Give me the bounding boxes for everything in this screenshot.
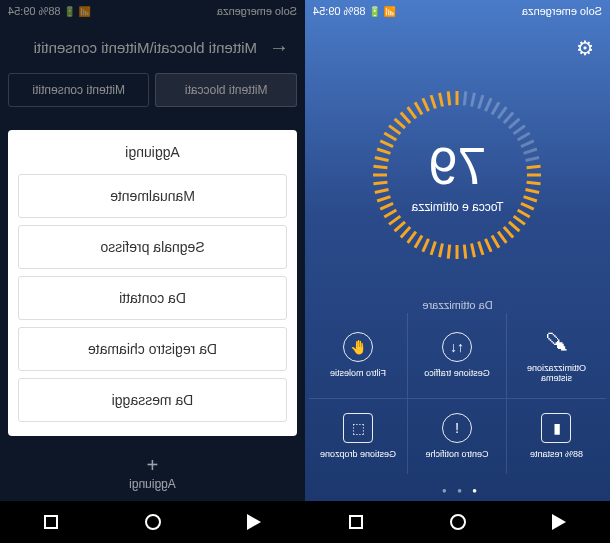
nav-home[interactable] xyxy=(142,511,164,533)
nav-home[interactable] xyxy=(447,511,469,533)
battery-tile-icon: ▮ xyxy=(542,413,572,443)
wifi-icon: 📶 xyxy=(384,6,396,17)
system-nav xyxy=(0,501,305,543)
settings-icon[interactable]: ⚙ xyxy=(576,37,594,59)
feature-grid: 🖌 Ottimizzazione sistema ↑↓ Gestione tra… xyxy=(305,313,610,482)
modal-overlay[interactable]: Aggiungi Manualmente Segnala prefisso Da… xyxy=(0,0,305,543)
tile-filter[interactable]: ✋ Filtro molestie xyxy=(309,313,408,399)
score-value: 79 xyxy=(429,136,487,196)
page-indicator: ● ● ● xyxy=(305,482,610,501)
plus-icon: + xyxy=(10,454,295,477)
brush-icon: 🖌 xyxy=(542,327,572,357)
nav-recent[interactable] xyxy=(40,511,62,533)
clock: 09:54 xyxy=(313,5,341,17)
tile-dropzone[interactable]: ⬚ Gestione dropzone xyxy=(309,398,408,474)
notification-icon: ! xyxy=(442,413,472,443)
tile-traffic[interactable]: ↑↓ Gestione traffico xyxy=(408,313,507,399)
option-manual[interactable]: Manualmente xyxy=(18,174,287,218)
option-calls[interactable]: Da registro chiamate xyxy=(18,327,287,371)
tile-notifications[interactable]: ! Centro notifiche xyxy=(408,398,507,474)
nav-recent[interactable] xyxy=(345,511,367,533)
battery-percent: 88% xyxy=(344,5,366,17)
score-panel[interactable]: 79 Tocca e ottimizza Da ottimizzare xyxy=(305,74,610,313)
system-nav xyxy=(305,501,610,543)
tile-optimize[interactable]: 🖌 Ottimizzazione sistema xyxy=(507,313,606,399)
dropzone-icon: ⬚ xyxy=(343,413,373,443)
score-ring: 79 Tocca e ottimizza xyxy=(368,85,548,265)
option-prefix[interactable]: Segnala prefisso xyxy=(18,225,287,269)
app-header: ⚙ xyxy=(305,22,610,74)
add-footer[interactable]: + Aggiungi xyxy=(0,444,305,501)
add-action-sheet: Aggiungi Manualmente Segnala prefisso Da… xyxy=(8,130,297,436)
option-messages[interactable]: Da messaggi xyxy=(18,378,287,422)
optimize-note: Da ottimizzare xyxy=(422,299,492,311)
status-bar: Solo emergenza 📶 🔋 88% 09:54 xyxy=(305,0,610,22)
nav-back[interactable] xyxy=(243,511,265,533)
score-label: Tocca e ottimizza xyxy=(411,200,503,214)
nav-back[interactable] xyxy=(548,511,570,533)
traffic-icon: ↑↓ xyxy=(442,332,472,362)
tile-battery[interactable]: ▮ 88% restante xyxy=(507,398,606,474)
option-contacts[interactable]: Da contatti xyxy=(18,276,287,320)
emergency-label: Solo emergenza xyxy=(522,5,602,17)
battery-icon: 🔋 xyxy=(369,6,381,17)
hand-icon: ✋ xyxy=(343,332,373,362)
sheet-title: Aggiungi xyxy=(18,144,287,160)
